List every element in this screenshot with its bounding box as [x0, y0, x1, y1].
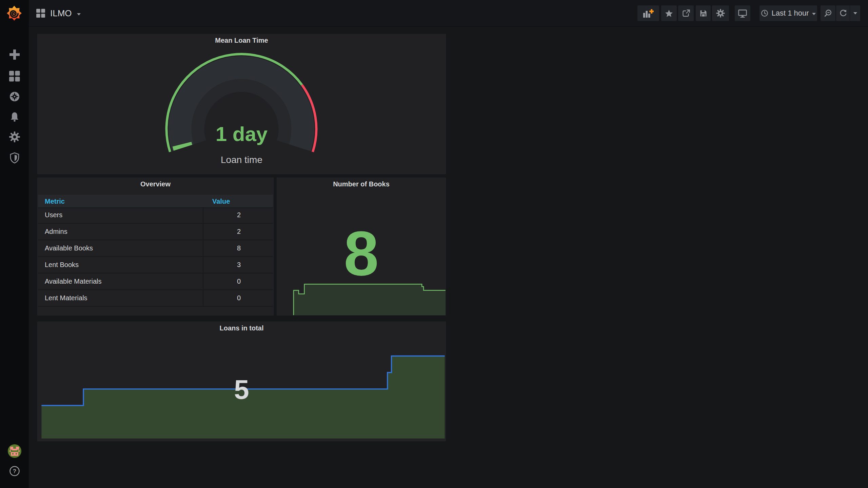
table-row: Admins 2 [38, 224, 273, 240]
metric-cell: Admins [38, 228, 202, 236]
zoom-out-icon [824, 9, 832, 17]
sidebar-item-server-admin[interactable] [0, 152, 29, 164]
stat-value-loans: 5 [38, 374, 446, 405]
chevron-down-icon [853, 12, 857, 15]
star-icon [665, 9, 673, 17]
gauge-label: Loan time [38, 154, 446, 166]
metric-cell: Lent Books [38, 261, 202, 269]
svg-text:?: ? [13, 468, 16, 474]
add-panel-button[interactable] [637, 5, 659, 21]
share-dashboard-button[interactable] [678, 5, 694, 21]
chevron-down-icon [812, 13, 816, 15]
value-cell: 0 [202, 278, 273, 285]
panel-loans-in-total: Loans in total 5 [37, 322, 446, 441]
compass-icon [9, 91, 20, 102]
stat-value-books: 8 [277, 220, 446, 287]
sidebar-item-alerting[interactable] [0, 111, 29, 123]
dashboard-grid-icon [36, 9, 45, 18]
panel-mean-loan-time: Mean Loan Time 1 day Loan time [37, 34, 446, 174]
refresh-interval-dropdown[interactable] [850, 5, 860, 21]
user-avatar[interactable] [0, 444, 29, 458]
value-cell: 8 [202, 244, 273, 252]
table-header: Metric Value [38, 195, 273, 208]
tv-mode-icon [738, 9, 747, 18]
mark-favorite-button[interactable] [661, 5, 677, 21]
value-cell: 2 [202, 211, 273, 219]
table-row: Lent Materials 0 [38, 290, 273, 307]
topbar: ILMO [29, 0, 868, 26]
column-header-value[interactable]: Value [212, 195, 230, 207]
gauge-value: 1 day [38, 123, 446, 145]
refresh-button[interactable] [836, 5, 850, 21]
panel-title[interactable]: Overview [38, 180, 273, 188]
chevron-down-icon[interactable] [77, 13, 81, 16]
metric-cell: Users [38, 211, 202, 219]
value-cell: 0 [202, 294, 273, 302]
gear-icon [9, 131, 20, 143]
plus-icon [9, 49, 20, 60]
bell-icon [9, 111, 20, 123]
avatar-image [8, 444, 21, 458]
table-row: Lent Books 3 [38, 257, 273, 273]
share-icon [682, 9, 690, 17]
time-range-label: Last 1 hour [771, 9, 809, 18]
grafana-logo[interactable] [6, 5, 22, 21]
sidebar-item-explore[interactable] [0, 91, 29, 102]
dashboard-title[interactable]: ILMO [50, 8, 72, 19]
dashboard-header: ILMO [36, 0, 81, 26]
books-sparkline-fill [294, 284, 446, 315]
cycle-view-mode-button[interactable] [735, 5, 750, 21]
table-row: Available Books 8 [38, 240, 273, 257]
gear-icon [716, 9, 725, 18]
value-cell: 3 [202, 261, 273, 269]
help-icon: ? [9, 466, 20, 476]
dashboards-grid-icon [9, 71, 20, 82]
grafana-app: ? ILMO [0, 0, 868, 488]
save-icon [699, 9, 708, 18]
sidebar-item-configuration[interactable] [0, 131, 29, 143]
column-header-metric[interactable]: Metric [45, 195, 65, 207]
clock-icon [761, 9, 768, 17]
column-divider [203, 207, 203, 307]
sidebar-item-create[interactable] [0, 49, 29, 60]
table-body: Users 2 Admins 2 Available Books 8 Lent … [38, 207, 273, 307]
help-button[interactable]: ? [0, 466, 29, 476]
sidebar-item-dashboards[interactable] [0, 70, 29, 82]
table-row: Users 2 [38, 207, 273, 224]
add-panel-icon [643, 9, 654, 18]
panel-overview: Overview Metric Value Users 2 Admins 2 A… [37, 178, 274, 316]
table-row: Available Materials 0 [38, 273, 273, 290]
zoom-out-time-button[interactable] [821, 5, 835, 21]
sidebar: ? [0, 0, 29, 488]
dashboard-settings-button[interactable] [712, 5, 729, 21]
metric-cell: Available Books [38, 244, 202, 252]
shield-icon [9, 152, 20, 164]
save-dashboard-button[interactable] [696, 5, 711, 21]
metric-cell: Lent Materials [38, 294, 202, 302]
refresh-icon [839, 9, 847, 17]
metric-cell: Available Materials [38, 278, 202, 285]
grafana-flame-icon [6, 5, 22, 21]
value-cell: 2 [202, 228, 273, 236]
panel-number-of-books: Number of Books 8 [277, 178, 446, 316]
time-range-picker[interactable]: Last 1 hour [760, 5, 817, 21]
gauge-chart [38, 34, 446, 174]
